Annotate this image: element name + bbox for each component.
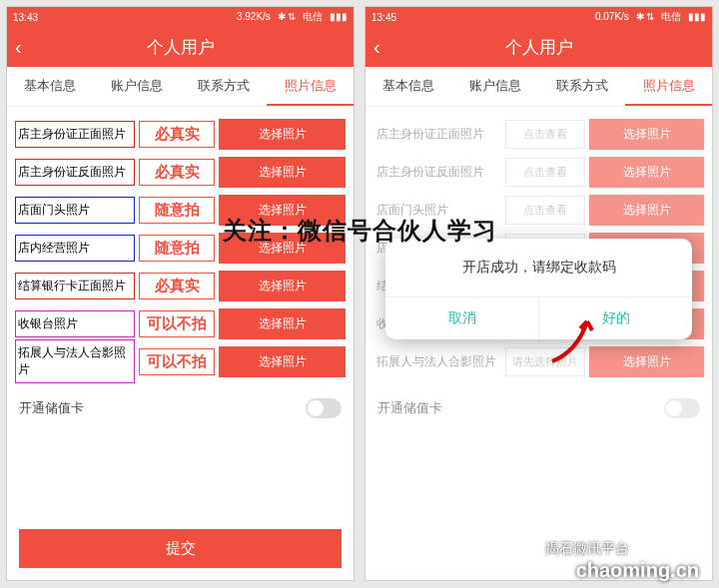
tab-basic[interactable]: 基本信息: [7, 67, 94, 106]
pick-photo-button[interactable]: 选择照片: [219, 271, 346, 301]
back-icon[interactable]: ‹: [15, 36, 22, 59]
row-cashier: 收银台照片可以不拍选择照片: [15, 306, 346, 340]
photo-rows: 店主身份证正面照片必真实选择照片 店主身份证反面照片必真实选择照片 店面门头照片…: [7, 107, 354, 388]
overlay-caption: 关注：微信号合伙人学习: [0, 215, 719, 247]
toggle-label: 开通储值卡: [377, 399, 442, 417]
row-group: 拓展人与法人合影照片可以不拍选择照片: [15, 344, 346, 378]
stored-card-toggle[interactable]: [306, 398, 342, 418]
domain-watermark: chaoming.cn: [576, 559, 699, 582]
row-id-back: 店主身份证反面照片点击查看选择照片: [373, 155, 704, 189]
back-icon[interactable]: ‹: [373, 36, 380, 59]
modal-message: 开店成功，请绑定收款码: [385, 239, 692, 296]
pick-photo-button[interactable]: 选择照片: [589, 346, 704, 377]
page-title: 个人用户: [505, 36, 573, 59]
row-bankcard: 结算银行卡正面照片必真实选择照片: [15, 269, 346, 302]
row-group: 拓展人与法人合影照片请先选择照片选择照片: [373, 344, 704, 378]
submit-button[interactable]: 提交: [19, 529, 342, 568]
chip-optional: 可以不拍: [139, 348, 215, 375]
chip-required: 必真实: [139, 121, 215, 148]
status-bar: 13:45 0.07K/s ✱ ⇅ 电信 ▮▮▮: [365, 7, 712, 27]
row-id-front: 店主身份证正面照片点击查看选择照片: [373, 117, 704, 151]
phone-left: 13:43 3.92K/s ✱ ⇅ 电信 ▮▮▮ ‹ 个人用户 基本信息 账户信…: [6, 6, 355, 581]
status-time: 13:45: [371, 12, 396, 23]
status-bar: 13:43 3.92K/s ✱ ⇅ 电信 ▮▮▮: [7, 7, 354, 27]
modal-cancel-button[interactable]: 取消: [385, 297, 538, 339]
phone-right: 13:45 0.07K/s ✱ ⇅ 电信 ▮▮▮ ‹ 个人用户 基本信息 账户信…: [364, 6, 713, 581]
page-title: 个人用户: [147, 36, 215, 59]
annotation-arrow-icon: [542, 306, 602, 366]
status-time: 13:43: [13, 12, 38, 23]
tab-account[interactable]: 账户信息: [94, 67, 181, 106]
success-modal: 开店成功，请绑定收款码 取消 好的: [385, 239, 692, 339]
header: ‹ 个人用户: [365, 27, 712, 67]
tab-account[interactable]: 账户信息: [452, 67, 539, 106]
pick-photo-button[interactable]: 选择照片: [589, 157, 704, 188]
chip-optional: 可以不拍: [139, 310, 215, 337]
status-icons: 3.92K/s ✱ ⇅ 电信 ▮▮▮: [233, 10, 348, 24]
view-hint[interactable]: 点击查看: [505, 158, 585, 187]
tabs: 基本信息 账户信息 联系方式 照片信息: [7, 67, 354, 107]
pick-photo-button[interactable]: 选择照片: [589, 119, 704, 150]
tab-photo[interactable]: 照片信息: [625, 67, 712, 106]
tab-contact[interactable]: 联系方式: [181, 67, 268, 106]
wechat-watermark: 揭石微讯平台: [523, 540, 629, 558]
row-id-front: 店主身份证正面照片必真实选择照片: [15, 117, 346, 151]
tab-contact[interactable]: 联系方式: [539, 67, 626, 106]
tab-basic[interactable]: 基本信息: [365, 67, 452, 106]
stored-card-row: 开通储值卡: [365, 388, 712, 428]
row-id-back: 店主身份证反面照片必真实选择照片: [15, 155, 346, 189]
wechat-icon: [523, 540, 541, 558]
stored-card-toggle[interactable]: [664, 398, 700, 418]
stored-card-row: 开通储值卡: [7, 388, 354, 428]
pick-photo-button[interactable]: 选择照片: [219, 119, 346, 150]
pick-photo-button[interactable]: 选择照片: [219, 157, 346, 188]
chip-required: 必真实: [139, 273, 215, 299]
chip-required: 必真实: [139, 159, 215, 186]
pick-photo-button[interactable]: 选择照片: [219, 346, 346, 377]
tabs: 基本信息 账户信息 联系方式 照片信息: [365, 67, 712, 107]
tab-photo[interactable]: 照片信息: [267, 67, 354, 106]
status-icons: 0.07K/s ✱ ⇅ 电信 ▮▮▮: [591, 10, 706, 24]
toggle-label: 开通储值卡: [19, 399, 84, 417]
header: ‹ 个人用户: [7, 27, 354, 67]
pick-photo-button[interactable]: 选择照片: [219, 308, 346, 339]
view-hint[interactable]: 点击查看: [505, 120, 585, 149]
